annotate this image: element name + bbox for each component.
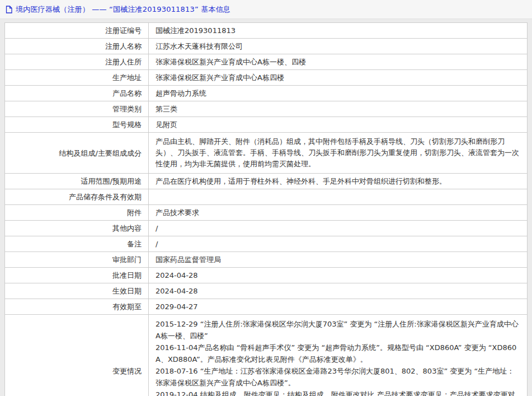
row-value: 2015-12-29 “注册人住所:张家港保税区华尔润大厦703室” 变更为 “…	[149, 315, 528, 396]
row-label: 生效日期	[5, 283, 149, 299]
page-header: 境内医疗器械（注册） —— “国械注准20193011813” 基本信息	[0, 0, 532, 19]
change-history-line: 2016-11-04产品名称由 “骨科超声手术仪” 变更为 “超声骨动力系统”。…	[156, 342, 520, 365]
row-value: 2029-04-27	[149, 299, 528, 315]
table-row: 注册证编号 国械注准20193011813	[5, 23, 528, 39]
row-value: 张家港保税区新兴产业育成中心A栋一楼、四楼	[149, 54, 528, 70]
row-label: 结构及组成/主要组成成分	[5, 133, 149, 174]
row-label: 有效期至	[5, 299, 149, 315]
row-label: 产品储存条件及有效期	[5, 189, 149, 205]
row-label: 产品名称	[5, 86, 149, 101]
table-row: 管理类别 第三类	[5, 101, 528, 117]
row-value: 见附页	[149, 117, 528, 133]
table-row: 注册人住所 张家港保税区新兴产业育成中心A栋一楼、四楼	[5, 54, 528, 70]
row-label: 附件	[5, 205, 149, 221]
row-value: 江苏水木天蓬科技有限公司	[149, 39, 528, 54]
table-row: 有效期至 2029-04-27	[5, 299, 528, 315]
row-label: 型号规格	[5, 117, 149, 133]
row-label: 注册证编号	[5, 23, 149, 39]
row-value: 产品由主机、脚踏开关、附件（消耗品）组成，其中附件包括手柄及手柄导线、刀头（切割…	[149, 133, 528, 174]
table-row: 生产地址 张家港保税区新兴产业育成中心A栋四楼	[5, 70, 528, 86]
change-history-line: 2018-07-16 “生产地址：江苏省张家港保税区金港路23号华尔润大厦801…	[156, 365, 520, 389]
row-value: 国家药品监督管理局	[149, 252, 528, 268]
row-label: 变更情况	[5, 315, 149, 396]
info-table: 注册证编号 国械注准20193011813 注册人名称 江苏水木天蓬科技有限公司…	[4, 22, 528, 396]
change-history-line: 2015-12-29 “注册人住所:张家港保税区华尔润大厦703室” 变更为 “…	[156, 318, 520, 342]
row-value: 2024-04-28	[149, 268, 528, 283]
row-value: 张家港保税区新兴产业育成中心A栋四楼	[149, 70, 528, 86]
row-label: 注册人名称	[5, 39, 149, 54]
row-value: 产品技术要求	[149, 205, 528, 221]
row-label: 生产地址	[5, 70, 149, 86]
table-row: 型号规格 见附页	[5, 117, 528, 133]
row-label: 备注	[5, 236, 149, 252]
table-row: 注册人名称 江苏水木天蓬科技有限公司	[5, 39, 528, 54]
row-value	[149, 189, 528, 205]
table-row: 备注 /	[5, 236, 528, 252]
row-value: 2024-04-28	[149, 283, 528, 299]
table-row: 适用范围/预期用途 产品在医疗机构使用，适用于脊柱外科、神经外科、手足外科中对骨…	[5, 174, 528, 189]
table-row: 其他内容 /	[5, 221, 528, 236]
table-row: 批准日期 2024-04-28	[5, 268, 528, 283]
row-value: /	[149, 221, 528, 236]
table-row: 生效日期 2024-04-28	[5, 283, 528, 299]
table-row: 附件 产品技术要求	[5, 205, 528, 221]
row-label: 管理类别	[5, 101, 149, 117]
table-row-change-history: 变更情况 2015-12-29 “注册人住所:张家港保税区华尔润大厦703室” …	[5, 315, 528, 396]
table-row: 审批部门 国家药品监督管理局	[5, 252, 528, 268]
table-row: 产品储存条件及有效期	[5, 189, 528, 205]
row-value: /	[149, 236, 528, 252]
row-value: 超声骨动力系统	[149, 86, 528, 101]
change-history-line: 2019-12-04 结构及组成、附件变更见：结构及组成、附件更改对比 产品技术…	[156, 389, 520, 396]
row-value: 第三类	[149, 101, 528, 117]
row-label: 注册人住所	[5, 54, 149, 70]
row-label: 批准日期	[5, 268, 149, 283]
page-title: 境内医疗器械（注册） —— “国械注准20193011813” 基本信息	[16, 4, 230, 15]
row-label: 其他内容	[5, 221, 149, 236]
row-value: 产品在医疗机构使用，适用于脊柱外科、神经外科、手足外科中对骨组织进行切割和整形。	[149, 174, 528, 189]
row-label: 审批部门	[5, 252, 149, 268]
document-icon	[6, 6, 12, 13]
row-label: 适用范围/预期用途	[5, 174, 149, 189]
table-row: 产品名称 超声骨动力系统	[5, 86, 528, 101]
table-row: 结构及组成/主要组成成分 产品由主机、脚踏开关、附件（消耗品）组成，其中附件包括…	[5, 133, 528, 174]
row-value: 国械注准20193011813	[149, 23, 528, 39]
